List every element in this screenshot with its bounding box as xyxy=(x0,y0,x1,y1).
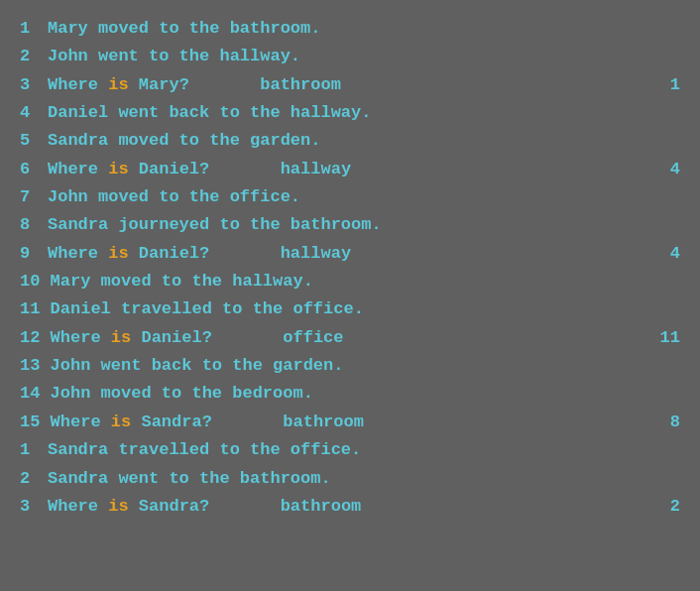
line-content: Where is Daniel? office xyxy=(51,325,641,351)
line-number: 7 xyxy=(20,184,48,210)
question-suffix: Daniel? xyxy=(129,241,210,267)
line-content: Where is Daniel? hallway xyxy=(48,241,641,267)
answer-number: 1 xyxy=(641,72,680,98)
line-number: 9 xyxy=(20,241,48,267)
list-item: 8 Sandra journeyed to the bathroom. xyxy=(20,212,680,238)
line-number: 5 xyxy=(20,128,48,154)
line-number: 3 xyxy=(20,72,48,98)
line-number: 8 xyxy=(20,212,48,238)
line-number: 6 xyxy=(20,157,48,182)
line-content: Mary moved to the bathroom. xyxy=(48,16,320,42)
line-content: Mary moved to the hallway. xyxy=(51,269,313,295)
line-content: Sandra moved to the garden. xyxy=(48,128,320,154)
location: bathroom xyxy=(260,72,341,98)
line-number: 14 xyxy=(20,381,51,407)
question-suffix: Mary? xyxy=(129,72,189,98)
list-item: 1 Sandra travelled to the office. xyxy=(20,437,680,463)
spacer xyxy=(209,241,280,267)
spacer xyxy=(212,410,283,435)
list-item: 7 John moved to the office. xyxy=(20,184,680,210)
answer-number: 11 xyxy=(641,325,680,351)
list-item: 15 Where is Sandra? bathroom8 xyxy=(20,410,680,435)
list-item: 2 John went to the hallway. xyxy=(20,44,680,69)
line-number: 11 xyxy=(20,296,51,322)
highlight-word: is xyxy=(108,241,128,267)
line-number: 1 xyxy=(20,437,48,463)
list-item: 12 Where is Daniel? office11 xyxy=(20,325,680,351)
question-prefix: Where xyxy=(48,72,108,98)
line-number: 3 xyxy=(20,494,48,520)
line-content: Where is Mary? bathroom xyxy=(48,72,641,98)
spacer xyxy=(212,325,283,351)
line-content: Where is Sandra? bathroom xyxy=(51,410,641,435)
list-item: 11 Daniel travelled to the office. xyxy=(20,296,680,322)
list-item: 3 Where is Sandra? bathroom2 xyxy=(20,494,680,520)
line-content: John went to the hallway. xyxy=(48,44,300,69)
list-item: 3 Where is Mary? bathroom1 xyxy=(20,72,680,98)
line-content: Sandra went to the bathroom. xyxy=(48,466,331,492)
question-prefix: Where xyxy=(48,241,108,267)
line-number: 4 xyxy=(20,100,48,126)
question-suffix: Sandra? xyxy=(131,410,212,435)
question-suffix: Sandra? xyxy=(129,494,210,520)
line-content: Sandra travelled to the office. xyxy=(48,437,361,463)
location: hallway xyxy=(281,157,351,182)
highlight-word: is xyxy=(108,72,128,98)
line-content: Daniel travelled to the office. xyxy=(51,296,364,322)
line-content: Where is Daniel? hallway xyxy=(48,157,641,182)
line-number: 15 xyxy=(20,410,51,435)
list-item: 1 Mary moved to the bathroom. xyxy=(20,16,680,42)
question-prefix: Where xyxy=(48,157,108,182)
line-content: Daniel went back to the hallway. xyxy=(48,100,371,126)
line-content: Sandra journeyed to the bathroom. xyxy=(48,212,382,238)
location: bathroom xyxy=(281,494,362,520)
location: office xyxy=(283,325,343,351)
line-number: 12 xyxy=(20,325,51,351)
location: bathroom xyxy=(283,410,364,435)
highlight-word: is xyxy=(108,494,128,520)
line-number: 2 xyxy=(20,44,48,69)
list-item: 2 Sandra went to the bathroom. xyxy=(20,466,680,492)
list-item: 14 John moved to the bedroom. xyxy=(20,381,680,407)
question-prefix: Where xyxy=(51,410,111,435)
spacer xyxy=(209,494,280,520)
answer-number: 2 xyxy=(641,494,680,520)
location: hallway xyxy=(281,241,351,267)
main-container: 1 Mary moved to the bathroom.2 John went… xyxy=(0,0,700,591)
highlight-word: is xyxy=(111,410,131,435)
question-prefix: Where xyxy=(48,494,108,520)
list-item: 4 Daniel went back to the hallway. xyxy=(20,100,680,126)
highlight-word: is xyxy=(108,157,128,182)
list-item: 5 Sandra moved to the garden. xyxy=(20,128,680,154)
list-item: 13 John went back to the garden. xyxy=(20,353,680,379)
question-prefix: Where xyxy=(51,325,111,351)
question-suffix: Daniel? xyxy=(131,325,212,351)
list-item: 6 Where is Daniel? hallway4 xyxy=(20,157,680,182)
answer-number: 4 xyxy=(641,241,680,267)
line-number: 13 xyxy=(20,353,51,379)
spacer xyxy=(189,72,260,98)
spacer xyxy=(209,157,280,182)
highlight-word: is xyxy=(111,325,131,351)
list-item: 9 Where is Daniel? hallway4 xyxy=(20,241,680,267)
list-item: 10 Mary moved to the hallway. xyxy=(20,269,680,295)
answer-number: 8 xyxy=(641,410,680,435)
line-content: John moved to the office. xyxy=(48,184,300,210)
line-number: 10 xyxy=(20,269,51,295)
line-number: 1 xyxy=(20,16,48,42)
answer-number: 4 xyxy=(641,157,680,182)
question-suffix: Daniel? xyxy=(129,157,210,182)
line-content: Where is Sandra? bathroom xyxy=(48,494,641,520)
line-content: John went back to the garden. xyxy=(51,353,344,379)
line-content: John moved to the bedroom. xyxy=(51,381,313,407)
line-number: 2 xyxy=(20,466,48,492)
